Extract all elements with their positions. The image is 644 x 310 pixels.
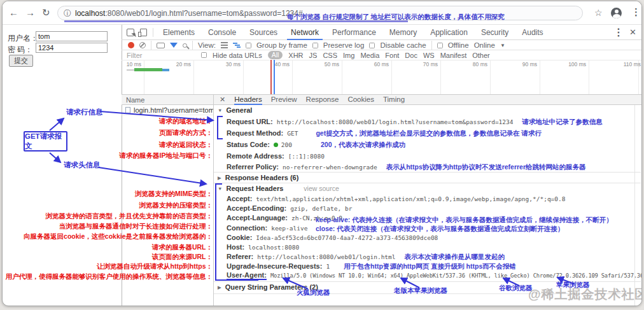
header-row-status-code: Status Code: 200 200，代表本次请求操作成功 xyxy=(227,141,405,150)
view-waterfall-icon[interactable] xyxy=(233,42,241,48)
offline-checkbox[interactable] xyxy=(437,43,443,48)
submit-button[interactable]: 提交 xyxy=(9,55,33,67)
tab-preview[interactable]: Preview xyxy=(271,95,297,105)
filter-input[interactable]: Filter xyxy=(127,52,195,59)
filter-type-other[interactable]: Other xyxy=(472,52,490,59)
divider xyxy=(213,95,214,306)
tab-console[interactable]: Console xyxy=(204,25,240,40)
view-source-link[interactable]: view source xyxy=(304,185,339,192)
throttling-select[interactable]: Online xyxy=(474,41,495,49)
url-text[interactable]: localhost:8080/web01/login.html?username… xyxy=(75,9,303,18)
reload-icon[interactable]: ↻ xyxy=(42,8,50,18)
view-list-icon[interactable] xyxy=(221,42,228,48)
filter-type-font[interactable]: Font xyxy=(385,52,399,59)
timeline-tick: 30 ms xyxy=(226,61,241,67)
response-headers-section-header[interactable]: ▶ Response Headers (6) xyxy=(218,174,298,181)
tab-performance[interactable]: Performance xyxy=(328,25,380,40)
view-label: View: xyxy=(198,41,216,49)
filter-type-doc[interactable]: Doc xyxy=(405,52,417,59)
back-icon[interactable]: ← xyxy=(9,8,18,18)
triangle-right-icon: ▶ xyxy=(218,175,221,181)
divider xyxy=(214,183,641,183)
devtools-menu-icon[interactable]: ⋮ xyxy=(613,26,624,38)
profile-avatar[interactable] xyxy=(611,8,622,18)
divider xyxy=(431,41,432,50)
document-icon xyxy=(125,107,130,113)
request-name: login.html?username=tom&pa... xyxy=(134,105,214,115)
detail-close-icon[interactable]: ✕ xyxy=(220,95,225,104)
filter-type-all[interactable]: All xyxy=(268,51,283,59)
filter-type-css[interactable]: CSS xyxy=(323,52,337,59)
tab-memory[interactable]: Memory xyxy=(386,25,421,40)
waterfall-bar-content xyxy=(134,68,162,71)
hide-data-urls-checkbox[interactable] xyxy=(201,52,207,58)
disable-cache-label[interactable]: Disable cache xyxy=(380,41,426,49)
clear-icon[interactable] xyxy=(139,42,146,48)
password-field[interactable] xyxy=(36,43,108,53)
bookmark-star-icon[interactable]: ☆ xyxy=(594,8,603,18)
tab-elements[interactable]: Elements xyxy=(159,25,199,40)
devtools-close-icon[interactable]: ✕ xyxy=(629,27,642,37)
timeline-tick: 40 ms xyxy=(275,61,290,67)
general-section-header[interactable]: ▼ General xyxy=(218,106,252,114)
red-note-user-agent: 用户代理，使得服务器能够识别客户使用的操作系统、浏览器等信息： xyxy=(3,272,213,281)
connection-annotation: keep-alive: 代表持久连接（在请求报文中，表示与服务器数据通信完成后，… xyxy=(316,216,613,233)
preserve-log-label[interactable]: Preserve log xyxy=(323,41,365,49)
tab-application[interactable]: Application xyxy=(426,25,472,40)
record-icon[interactable] xyxy=(128,42,134,48)
header-row-upgrade-insecure-requests: Upgrade-Insecure-Requests: 1 用于包含http资源的… xyxy=(227,262,516,271)
tab-audits[interactable]: Audits xyxy=(518,25,547,40)
timeline-tick: 100 ms xyxy=(568,61,586,67)
header-row-accept: Accept: text/html,application/xhtml+xml,… xyxy=(227,195,566,202)
tab-headers[interactable]: Headers xyxy=(234,95,262,105)
request-row[interactable]: login.html?username=tom&pa... xyxy=(122,105,214,115)
filter-type-img[interactable]: Img xyxy=(343,52,354,59)
screenshot-capture-icon[interactable] xyxy=(157,43,165,48)
tab-network[interactable]: Network xyxy=(287,25,323,40)
filter-type-xhr[interactable]: XHR xyxy=(288,52,303,59)
device-toolbar-icon[interactable] xyxy=(140,29,147,36)
detail-tabbar: ✕ Headers Preview Response Cookies Timin… xyxy=(214,95,642,105)
watermark: @稀土掘金技术社区 xyxy=(528,286,642,303)
header-row-accept-encoding: Accept-Encoding: gzip, deflate, br xyxy=(227,204,352,212)
request-headers-section-header[interactable]: ▼ Request Headers view source xyxy=(218,185,339,192)
hide-data-urls-label[interactable]: Hide data URLs xyxy=(213,52,262,59)
page-info-icon[interactable]: ⓘ xyxy=(64,8,71,19)
divider xyxy=(153,28,153,37)
tab-sources[interactable]: Sources xyxy=(246,25,281,40)
browser-menu-icon[interactable]: ⋮ xyxy=(631,7,641,17)
forward-icon[interactable]: → xyxy=(25,8,35,18)
triangle-right-icon: ▶ xyxy=(218,285,221,290)
filter-funnel-icon[interactable] xyxy=(170,43,178,48)
username-field[interactable] xyxy=(36,31,108,41)
triangle-down-icon: ▼ xyxy=(218,186,222,192)
tab-security[interactable]: Security xyxy=(477,25,512,40)
red-note-remote: 请求的服务器IP地址与端口号： xyxy=(3,151,213,160)
filter-type-js[interactable]: JS xyxy=(309,52,318,59)
divider xyxy=(214,172,641,173)
search-icon[interactable] xyxy=(183,43,187,48)
filter-type-ws[interactable]: WS xyxy=(423,52,435,59)
timeline-tick: 10 ms xyxy=(127,61,141,67)
offline-label[interactable]: Offline xyxy=(448,41,469,49)
preserve-log-checkbox[interactable] xyxy=(312,43,318,48)
address-bar-annotation: 每个浏览器 自行规定限制了 地址栏可以表示的数据长度，具体值不用深究 xyxy=(287,13,505,22)
network-filter-row: Filter Hide data URLs All XHR JS CSS Img… xyxy=(122,50,642,60)
header-row-host: Host: localhost:8080 xyxy=(227,243,299,251)
divider xyxy=(122,60,642,60)
tab-response[interactable]: Response xyxy=(306,95,339,105)
tab-cookies[interactable]: Cookies xyxy=(347,95,374,105)
group-by-frame-checkbox[interactable] xyxy=(246,43,251,48)
header-row-request-url: Request URL: http://localhost:8080/web01… xyxy=(227,118,603,127)
name-column-header[interactable]: Name xyxy=(122,95,214,105)
domcontentloaded-event-line xyxy=(274,60,275,94)
header-row-referrer-policy: Referrer Policy: no-referrer-when-downgr… xyxy=(227,163,586,172)
tab-timing[interactable]: Timing xyxy=(383,95,405,105)
inspect-icon[interactable] xyxy=(127,29,134,36)
red-note-connection: 当浏览器与服务器通信时对于长连接如何进行处理： xyxy=(3,222,213,231)
group-by-frame-label[interactable]: Group by frame xyxy=(256,41,307,49)
filter-type-manifest[interactable]: Manifest xyxy=(440,52,467,59)
disable-cache-checkbox[interactable] xyxy=(369,43,375,48)
timeline-tick: 70 ms xyxy=(423,61,438,67)
filter-type-media[interactable]: Media xyxy=(360,52,379,59)
